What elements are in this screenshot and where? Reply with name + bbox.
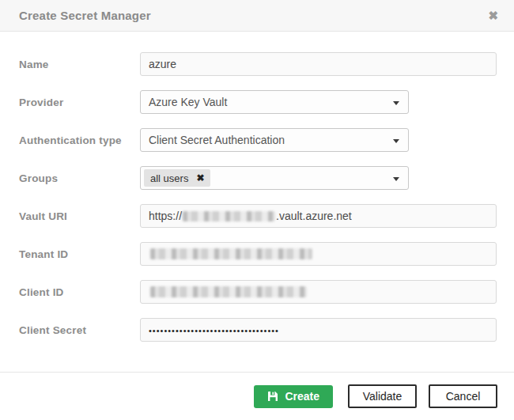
create-button[interactable]: Create bbox=[254, 385, 333, 408]
vault-uri-label: Vault URI bbox=[19, 204, 140, 228]
vault-uri-row: Vault URI https://.vault.azure.net bbox=[19, 204, 497, 228]
auth-type-select[interactable]: Client Secret Authentication bbox=[140, 128, 409, 152]
save-icon bbox=[267, 391, 278, 402]
vault-uri-prefix: https:// bbox=[149, 210, 182, 222]
dialog-title: Create Secret Manager bbox=[19, 9, 488, 22]
vault-uri-input[interactable]: https://.vault.azure.net bbox=[140, 204, 497, 228]
provider-select[interactable]: Azure Key Vault bbox=[140, 90, 409, 114]
provider-selected-value: Azure Key Vault bbox=[149, 96, 227, 108]
group-chip[interactable]: all users ✖ bbox=[144, 169, 210, 187]
tenant-id-input[interactable] bbox=[140, 242, 497, 266]
group-chip-label: all users bbox=[150, 172, 188, 184]
client-id-row: Client ID bbox=[19, 280, 497, 304]
validate-button[interactable]: Validate bbox=[348, 384, 417, 408]
vault-uri-suffix: .vault.azure.net bbox=[276, 210, 352, 222]
provider-row: Provider Azure Key Vault bbox=[19, 90, 497, 114]
create-button-label: Create bbox=[285, 390, 319, 403]
groups-multiselect[interactable]: all users ✖ bbox=[140, 166, 409, 190]
auth-type-selected-value: Client Secret Authentication bbox=[149, 134, 285, 146]
chip-remove-icon[interactable]: ✖ bbox=[196, 172, 204, 184]
name-input[interactable] bbox=[140, 52, 497, 76]
create-secret-manager-dialog: Create Secret Manager ✖ Name Provider Az… bbox=[0, 0, 514, 420]
auth-type-row: Authentication type Client Secret Authen… bbox=[19, 128, 497, 152]
client-secret-label: Client Secret bbox=[19, 318, 140, 342]
chevron-down-icon bbox=[393, 101, 399, 105]
redacted-text-blur bbox=[183, 211, 275, 221]
client-secret-input[interactable]: •••••••••••••••••••••••••••••••••• bbox=[140, 318, 497, 342]
dialog-header: Create Secret Manager ✖ bbox=[0, 0, 514, 32]
tenant-id-label: Tenant ID bbox=[19, 242, 140, 266]
dialog-body: Name Provider Azure Key Vault Authentica… bbox=[0, 32, 514, 342]
masked-password-dots: •••••••••••••••••••••••••••••••••• bbox=[149, 326, 279, 335]
client-secret-row: Client Secret ••••••••••••••••••••••••••… bbox=[19, 318, 497, 342]
dialog-footer: Create Validate Cancel bbox=[0, 372, 514, 420]
close-icon[interactable]: ✖ bbox=[488, 9, 498, 21]
groups-row: Groups all users ✖ bbox=[19, 166, 497, 190]
redacted-text-blur bbox=[150, 248, 312, 259]
chevron-down-icon bbox=[393, 139, 399, 143]
client-id-label: Client ID bbox=[19, 280, 140, 304]
name-row: Name bbox=[19, 52, 497, 76]
groups-label: Groups bbox=[19, 166, 140, 190]
redacted-text-blur bbox=[150, 286, 307, 297]
cancel-button[interactable]: Cancel bbox=[429, 384, 497, 408]
auth-type-label: Authentication type bbox=[19, 128, 140, 152]
provider-label: Provider bbox=[19, 90, 140, 114]
chevron-down-icon bbox=[393, 177, 399, 181]
client-id-input[interactable] bbox=[140, 280, 497, 304]
tenant-id-row: Tenant ID bbox=[19, 242, 497, 266]
name-label: Name bbox=[19, 52, 140, 76]
